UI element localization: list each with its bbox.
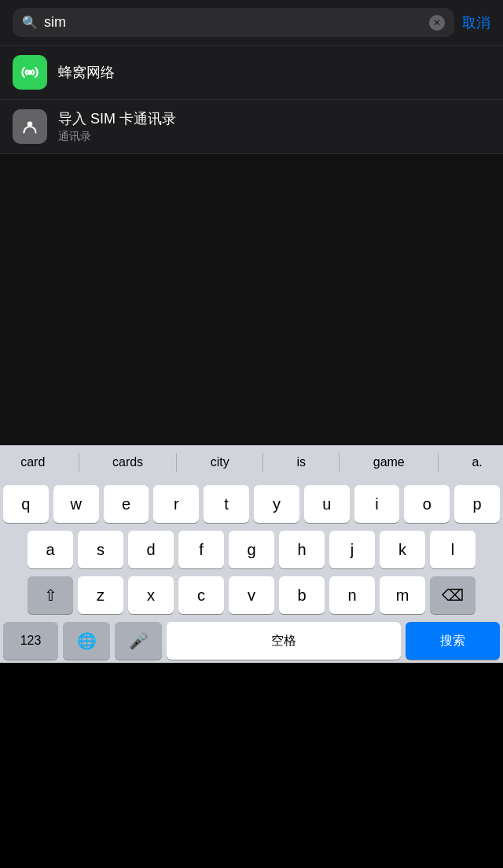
key-row-4: 123 🌐 🎤 空格 搜索 [3,622,500,660]
suggestion-divider-3 [263,453,263,472]
svg-point-0 [28,70,33,75]
clear-button[interactable]: ✕ [429,15,445,31]
key-s[interactable]: s [78,531,123,568]
suggestion-card[interactable]: card [13,452,53,473]
result-text-sim: 导入 SIM 卡通讯录 通讯录 [58,109,176,144]
result-item-cellular[interactable]: 蜂窝网络 [0,46,503,100]
suggestion-city[interactable]: city [203,452,237,473]
key-w[interactable]: w [53,485,99,523]
cellular-icon [13,55,47,90]
key-u[interactable]: u [304,485,350,523]
key-o[interactable]: o [404,485,450,523]
keyboard-suggestions: card cards city is game a. [0,445,503,479]
key-k[interactable]: k [380,531,425,568]
key-r[interactable]: r [153,485,199,523]
search-key[interactable]: 搜索 [406,622,500,660]
search-input[interactable] [44,14,423,31]
key-l[interactable]: l [430,531,475,568]
backspace-icon: ⌫ [442,586,464,605]
mic-key[interactable]: 🎤 [115,622,162,660]
shift-key[interactable]: ⇧ [28,576,73,614]
key-x[interactable]: x [128,576,174,614]
key-v[interactable]: v [229,576,274,614]
results-list: 蜂窝网络 导入 SIM 卡通讯录 通讯录 [0,45,503,154]
key-i[interactable]: i [354,485,400,523]
key-m[interactable]: m [380,576,425,614]
key-d[interactable]: d [128,531,174,568]
key-h[interactable]: h [279,531,325,568]
globe-icon: 🌐 [77,631,97,650]
key-c[interactable]: c [178,576,224,614]
key-y[interactable]: y [254,485,299,523]
numbers-key[interactable]: 123 [3,622,58,660]
key-row-3: ⇧ z x c v b n m ⌫ [3,576,500,614]
suggestion-is[interactable]: is [288,452,314,473]
sim-contacts-icon [13,109,47,144]
search-bar: 🔍 ✕ 取消 [0,0,503,45]
mic-icon: 🎤 [129,631,149,650]
key-b[interactable]: b [279,576,325,614]
key-j[interactable]: j [329,531,375,568]
result-item-sim[interactable]: 导入 SIM 卡通讯录 通讯录 [0,100,503,154]
search-input-wrap[interactable]: 🔍 ✕ [13,8,454,37]
suggestion-divider-1 [79,453,79,472]
suggestion-divider-2 [176,453,177,472]
result-subtitle-sim: 通讯录 [58,130,176,144]
shift-icon: ⇧ [44,586,57,605]
key-row-2: a s d f g h j k l [3,531,500,568]
key-f[interactable]: f [178,531,224,568]
suggestion-cards[interactable]: cards [105,452,151,473]
backspace-key[interactable]: ⌫ [430,576,475,614]
key-t[interactable]: t [204,485,249,523]
key-row-1: q w e r t y u i o p [3,485,500,523]
cancel-button[interactable]: 取消 [462,13,490,32]
suggestion-game[interactable]: game [365,452,413,473]
suggestion-divider-5 [438,453,439,472]
space-key[interactable]: 空格 [167,622,401,660]
result-title-sim: 导入 SIM 卡通讯录 [58,109,176,128]
key-q[interactable]: q [3,485,49,523]
globe-key[interactable]: 🌐 [63,622,110,660]
key-e[interactable]: e [104,485,149,523]
key-a[interactable]: a [28,531,73,568]
search-icon: 🔍 [22,15,38,30]
keyboard: q w e r t y u i o p a s d f g h j k l ⇧ … [0,479,503,663]
key-z[interactable]: z [78,576,123,614]
key-n[interactable]: n [329,576,375,614]
result-title-cellular: 蜂窝网络 [58,63,115,82]
suggestion-a[interactable]: a. [464,452,490,473]
clear-icon: ✕ [433,17,441,28]
key-p[interactable]: p [454,485,500,523]
suggestion-divider-4 [339,453,340,472]
key-g[interactable]: g [229,531,274,568]
dark-area [0,154,503,445]
result-text-cellular: 蜂窝网络 [58,63,115,82]
